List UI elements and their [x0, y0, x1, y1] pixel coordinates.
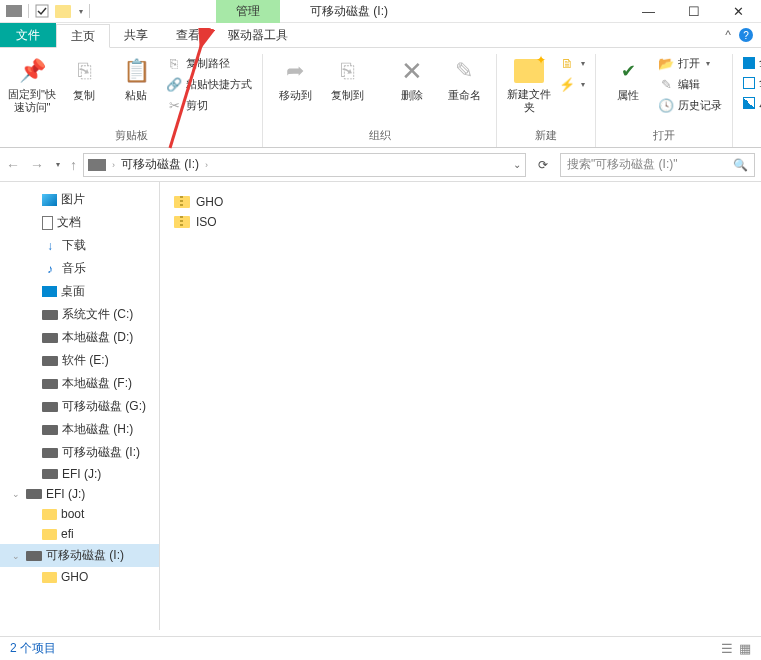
file-item[interactable]: ISO [174, 212, 747, 232]
drive-icon [42, 379, 58, 389]
address-bar[interactable]: › 可移动磁盘 (I:) › ⌄ [83, 153, 526, 177]
tree-item-label: 下载 [62, 237, 86, 254]
select-all-button[interactable]: 全部选择 [741, 54, 761, 71]
paste-button[interactable]: 📋 粘贴 [112, 54, 160, 103]
move-to-button[interactable]: ➦ 移动到 [271, 54, 319, 103]
label: 重命名 [448, 88, 481, 103]
tree-item[interactable]: ⌄EFI (J:) [0, 484, 159, 504]
pin-to-quick-access-button[interactable]: 📌 固定到"快速访问" [8, 54, 56, 114]
manage-context-tab[interactable]: 管理 [216, 0, 280, 23]
paste-shortcut-button[interactable]: 🔗粘贴快捷方式 [164, 75, 254, 93]
forward-button[interactable]: → [30, 157, 44, 173]
tree-item[interactable]: 本地磁盘 (F:) [0, 372, 159, 395]
invert-selection-button[interactable]: 反向选择 [741, 94, 761, 111]
tree-item[interactable]: 可移动磁盘 (I:) [0, 441, 159, 464]
tree-item-label: 可移动磁盘 (I:) [46, 547, 124, 564]
label: 复制路径 [186, 56, 230, 71]
back-button[interactable]: ← [6, 157, 20, 173]
delete-button[interactable]: ✕ 删除 [388, 54, 436, 103]
copy-button[interactable]: ⎘ 复制 [60, 54, 108, 103]
tree-item[interactable]: EFI (J:) [0, 464, 159, 484]
collapse-ribbon-button[interactable]: ^ [725, 28, 731, 42]
label: 打开 [678, 56, 700, 71]
tree-item[interactable]: efi [0, 524, 159, 544]
ribbon-group-clipboard: 📌 固定到"快速访问" ⎘ 复制 📋 粘贴 ⎘复制路径 🔗粘贴快捷方式 ✂剪切 … [0, 54, 263, 147]
folder-icon[interactable] [55, 5, 71, 18]
select-all-icon [743, 57, 755, 69]
tree-item[interactable]: ♪音乐 [0, 257, 159, 280]
rename-button[interactable]: ✎ 重命名 [440, 54, 488, 103]
search-placeholder: 搜索"可移动磁盘 (I:)" [567, 156, 678, 173]
tab-file[interactable]: 文件 [0, 23, 56, 47]
easy-access-icon: ⚡ [559, 76, 575, 92]
new-folder-button[interactable]: 新建文件夹 [505, 54, 553, 114]
tree-item-label: 软件 (E:) [62, 352, 109, 369]
tree-item[interactable]: 本地磁盘 (H:) [0, 418, 159, 441]
ribbon-group-organize: ➦ 移动到 ⎘ 复制到 ✕ 删除 ✎ 重命名 组织 [263, 54, 497, 147]
open-button[interactable]: 📂打开▾ [656, 54, 724, 72]
invert-icon [743, 97, 755, 109]
qat-dropdown[interactable]: ▾ [79, 7, 83, 16]
cut-icon: ✂ [166, 97, 182, 113]
refresh-button[interactable]: ⟳ [532, 154, 554, 176]
tree-item-label: 本地磁盘 (H:) [62, 421, 133, 438]
new-item-button[interactable]: 🗎▾ [557, 54, 587, 72]
tree-item[interactable]: GHO [0, 567, 159, 587]
breadcrumb-arrow[interactable]: › [112, 160, 115, 170]
cut-button[interactable]: ✂剪切 [164, 96, 254, 114]
properties-button[interactable]: ✔ 属性 [604, 54, 652, 103]
tree-item-label: 可移动磁盘 (G:) [62, 398, 146, 415]
minimize-button[interactable]: — [626, 0, 671, 23]
maximize-button[interactable]: ☐ [671, 0, 716, 23]
file-list[interactable]: GHOISO [160, 182, 761, 630]
title-bar: ▾ 管理 可移动磁盘 (I:) — ☐ ✕ [0, 0, 761, 23]
close-button[interactable]: ✕ [716, 0, 761, 23]
easy-access-button[interactable]: ⚡▾ [557, 75, 587, 93]
folder-icon [42, 509, 57, 520]
tree-item-label: 图片 [61, 191, 85, 208]
breadcrumb[interactable]: 可移动磁盘 (I:) [121, 156, 199, 173]
edit-button[interactable]: ✎编辑 [656, 75, 724, 93]
select-none-button[interactable]: 全部取消 [741, 74, 761, 91]
tree-item[interactable]: 文档 [0, 211, 159, 234]
tree-item[interactable]: boot [0, 504, 159, 524]
tab-share[interactable]: 共享 [110, 23, 162, 47]
ribbon-tabs: 文件 主页 共享 查看 驱动器工具 ^ ? [0, 23, 761, 48]
copy-to-button[interactable]: ⎘ 复制到 [323, 54, 371, 103]
details-view-icon[interactable]: ☰ [721, 641, 733, 656]
file-item[interactable]: GHO [174, 192, 747, 212]
tree-item[interactable]: 可移动磁盘 (G:) [0, 395, 159, 418]
drive-icon [26, 489, 42, 499]
copy-path-button[interactable]: ⎘复制路径 [164, 54, 254, 72]
group-label: 打开 [653, 126, 675, 145]
help-icon[interactable]: ? [739, 28, 753, 42]
breadcrumb-arrow[interactable]: › [205, 160, 208, 170]
tab-view[interactable]: 查看 [162, 23, 214, 47]
tree-item[interactable]: 桌面 [0, 280, 159, 303]
tab-drive-tools[interactable]: 驱动器工具 [214, 23, 302, 47]
tree-item[interactable]: ↓下载 [0, 234, 159, 257]
tree-item[interactable]: 本地磁盘 (D:) [0, 326, 159, 349]
label: 复制 [73, 88, 95, 103]
icons-view-icon[interactable]: ▦ [739, 641, 751, 656]
drive-icon [88, 159, 106, 171]
expand-toggle[interactable]: ⌄ [12, 489, 22, 499]
tree-item[interactable]: ⌄可移动磁盘 (I:) [0, 544, 159, 567]
tab-home[interactable]: 主页 [56, 24, 110, 48]
checkbox-icon[interactable] [35, 4, 49, 18]
search-input[interactable]: 搜索"可移动磁盘 (I:)" 🔍 [560, 153, 755, 177]
documents-icon [42, 216, 53, 230]
tree-item[interactable]: 系统文件 (C:) [0, 303, 159, 326]
tree-item[interactable]: 软件 (E:) [0, 349, 159, 372]
history-button[interactable]: 🕓历史记录 [656, 96, 724, 114]
shortcut-icon: 🔗 [166, 76, 182, 92]
history-dropdown[interactable]: ▾ [56, 160, 60, 169]
address-dropdown[interactable]: ⌄ [513, 159, 521, 170]
expand-toggle[interactable]: ⌄ [12, 551, 22, 561]
up-button[interactable]: ↑ [70, 157, 77, 173]
navigation-pane[interactable]: 图片文档↓下载♪音乐桌面系统文件 (C:)本地磁盘 (D:)软件 (E:)本地磁… [0, 182, 160, 630]
drive-icon [42, 333, 58, 343]
drive-icon [26, 551, 42, 561]
tree-item[interactable]: 图片 [0, 188, 159, 211]
group-label: 剪贴板 [115, 126, 148, 145]
